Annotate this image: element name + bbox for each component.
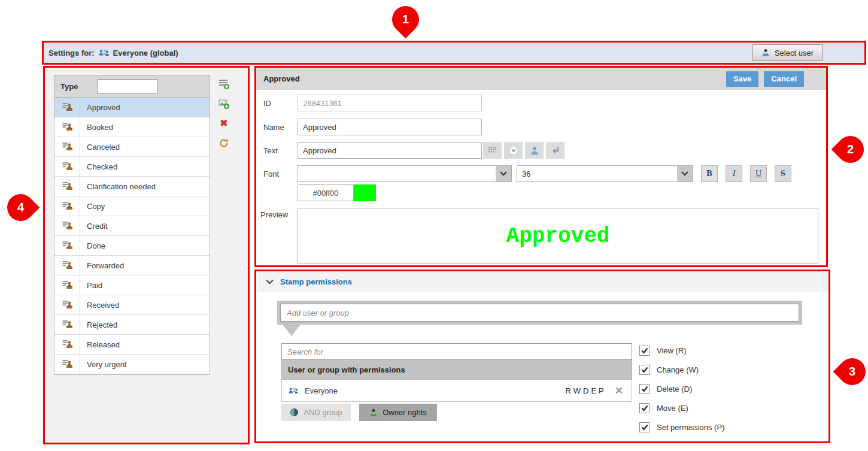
type-column-header: Type xyxy=(60,82,78,91)
permission-checkbox-row[interactable]: Change (W) xyxy=(639,364,724,376)
strikethrough-button[interactable]: S xyxy=(775,165,791,182)
and-group-button[interactable]: AND group xyxy=(281,404,351,421)
insert-user-button[interactable] xyxy=(525,142,544,159)
stamp-table: Type Approved xyxy=(54,75,210,375)
stamp-name: Released xyxy=(80,340,120,349)
stamp-list-item[interactable]: Booked xyxy=(54,117,210,137)
permission-entry-row[interactable]: Everyone RWDEP ✕ xyxy=(281,380,632,402)
font-family-select[interactable] xyxy=(298,165,512,182)
permission-search-input[interactable] xyxy=(281,343,632,360)
remove-entry-icon[interactable]: ✕ xyxy=(612,385,626,397)
stamp-list-item[interactable]: Rejected xyxy=(54,315,210,335)
id-label: ID xyxy=(263,99,298,108)
stamp-toolbar: ✖ xyxy=(217,77,231,150)
stamp-list-item[interactable]: Copy xyxy=(54,196,210,216)
font-label: Font xyxy=(263,169,298,178)
stamp-preview-box: Approved xyxy=(298,208,818,264)
stamp-list-item[interactable]: Paid xyxy=(54,276,210,295)
permission-checkbox-row[interactable]: View (R) xyxy=(639,344,724,356)
checkbox-icon[interactable] xyxy=(639,365,650,375)
font-size-select[interactable]: 36 xyxy=(517,165,693,182)
stamp-icon xyxy=(54,177,80,196)
permission-label: View (R) xyxy=(657,346,687,355)
and-group-label: AND group xyxy=(304,408,342,417)
chevron-down-icon[interactable] xyxy=(677,166,693,181)
person-icon xyxy=(530,146,539,155)
editor-title: Approved xyxy=(263,74,300,83)
stamp-permissions-toggle[interactable]: Stamp permissions xyxy=(257,272,828,292)
name-label: Name xyxy=(263,123,298,132)
insert-date-button[interactable] xyxy=(504,142,523,159)
principal-name: Everyone (global) xyxy=(113,49,178,57)
chevron-down-icon[interactable] xyxy=(496,166,511,181)
permission-entries: Everyone RWDEP ✕ xyxy=(281,380,632,402)
stamp-list-item[interactable]: Canceled xyxy=(54,137,210,157)
stamp-icon xyxy=(54,98,80,117)
bold-button[interactable]: B xyxy=(701,165,718,182)
permission-checkbox-row[interactable]: Delete (D) xyxy=(639,383,724,395)
select-user-button[interactable]: Select user xyxy=(752,44,823,61)
stamp-preview-text: Approved xyxy=(506,224,610,249)
stamp-icon xyxy=(54,295,80,314)
stamp-icon xyxy=(54,315,80,334)
cancel-button[interactable]: Cancel xyxy=(764,71,804,87)
add-text-stamp-button[interactable] xyxy=(217,77,231,91)
add-image-stamp-button[interactable] xyxy=(217,96,231,111)
permission-label: Move (E) xyxy=(657,404,688,413)
permission-checkbox-row[interactable]: Set permissions (P) xyxy=(639,421,724,433)
stamp-list-item[interactable]: Done xyxy=(54,236,210,256)
refresh-button[interactable] xyxy=(217,136,231,150)
stamp-list-item[interactable]: Approved xyxy=(54,98,210,117)
add-user-group-input[interactable] xyxy=(280,304,799,322)
owner-rights-button[interactable]: Owner rights xyxy=(359,404,437,421)
clock-chevron-icon xyxy=(508,145,519,156)
stamp-name: Very urgent xyxy=(80,360,127,369)
stamp-list-item[interactable]: Clarification needed xyxy=(54,177,210,196)
checkbox-icon[interactable] xyxy=(639,346,650,356)
and-group-icon xyxy=(290,408,299,417)
owner-rights-label: Owner rights xyxy=(383,408,427,417)
entry-name: Everyone xyxy=(305,386,560,395)
stamp-list-item[interactable]: Received xyxy=(54,295,210,315)
callout-3: 3 xyxy=(833,353,868,391)
color-swatch[interactable] xyxy=(354,184,376,201)
italic-button[interactable]: I xyxy=(726,165,742,182)
select-user-label: Select user xyxy=(775,49,814,57)
id-field xyxy=(298,95,482,111)
checkbox-icon[interactable] xyxy=(639,384,650,394)
stamp-filter-input[interactable] xyxy=(98,79,157,94)
stamp-list-item[interactable]: Credit xyxy=(54,216,210,236)
stamp-editor-region: Approved Save Cancel ID Name Text xyxy=(254,66,828,267)
chevron-down-icon xyxy=(266,279,274,284)
color-field[interactable] xyxy=(298,184,354,201)
callout-1: 1 xyxy=(387,1,425,39)
name-field[interactable] xyxy=(298,119,482,135)
callout-4: 4 xyxy=(2,189,40,227)
stamp-list-item[interactable]: Released xyxy=(54,335,210,355)
stamp-name: Forwarded xyxy=(80,261,124,270)
save-button[interactable]: Save xyxy=(726,71,758,87)
grid-placeholder-button[interactable] xyxy=(483,142,502,159)
stamp-icon xyxy=(54,157,80,176)
insert-linebreak-button[interactable] xyxy=(546,142,564,159)
stamp-icon xyxy=(54,256,80,275)
text-field[interactable] xyxy=(298,142,482,159)
stamp-list-item[interactable]: Forwarded xyxy=(54,256,210,276)
permission-checkbox-row[interactable]: Move (E) xyxy=(639,402,724,414)
stamp-list-region: Type Approved xyxy=(43,66,250,444)
stamp-list-item[interactable]: Checked xyxy=(54,157,210,177)
delete-stamp-button[interactable]: ✖ xyxy=(217,116,231,131)
text-label: Text xyxy=(263,146,298,155)
permission-label: Delete (D) xyxy=(657,385,692,394)
permission-label: Set permissions (P) xyxy=(657,423,724,432)
stamp-name: Copy xyxy=(80,202,105,211)
checkbox-icon[interactable] xyxy=(639,403,650,413)
stamp-icon xyxy=(54,355,80,374)
underline-button[interactable]: U xyxy=(750,165,767,182)
stamp-name: Rejected xyxy=(80,320,117,329)
checkbox-icon[interactable] xyxy=(639,422,650,432)
stamp-list-item[interactable]: Very urgent xyxy=(54,355,210,374)
stamp-name: Paid xyxy=(80,281,102,290)
stamp-icon xyxy=(54,196,80,216)
editor-titlebar: Approved Save Cancel xyxy=(256,68,826,90)
